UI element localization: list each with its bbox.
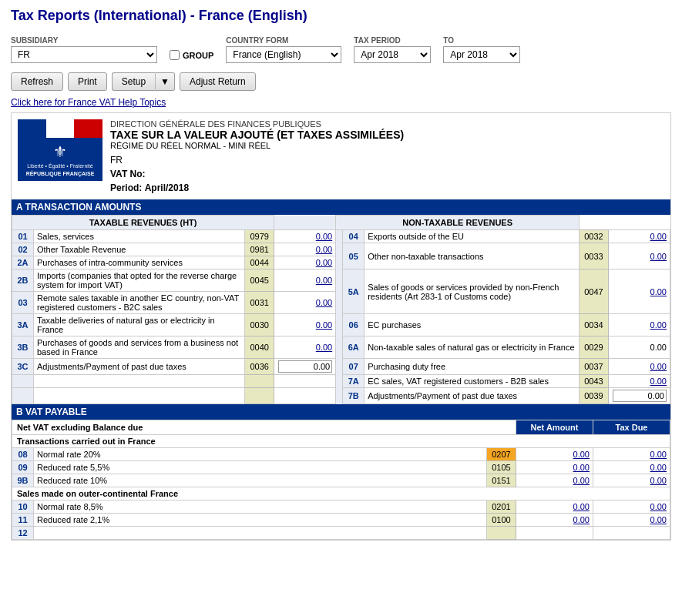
desc-3b: Purchases of goods and services from a b… <box>34 336 245 359</box>
setup-button[interactable]: Setup <box>112 72 155 91</box>
main-data-table: TAXABLE REVENUES (HT) NON-TAXABLE REVENU… <box>12 215 670 404</box>
code-04: 0032 <box>580 230 609 243</box>
value-01: 0.00 <box>274 230 336 243</box>
group-checkbox[interactable] <box>170 50 180 60</box>
desc-11: Reduced rate 2,1% <box>34 514 487 527</box>
tax-due-header: Tax Due <box>593 420 670 435</box>
tax-period-label: TAX PERIOD <box>354 36 431 45</box>
tricolor-flag <box>18 119 102 138</box>
value-06: 0.00 <box>609 314 670 336</box>
country-form-select[interactable]: France (English) <box>226 46 341 63</box>
code-7b: 0039 <box>580 388 609 404</box>
page-title: Tax Reports (International) - France (En… <box>11 8 671 24</box>
value-2b: 0.00 <box>274 270 336 292</box>
desc-07: Purchasing duty free <box>365 359 580 375</box>
value-02: 0.00 <box>274 243 336 256</box>
code-01: 0979 <box>245 230 274 243</box>
group-label: GROUP <box>183 51 213 60</box>
code-02: 0981 <box>245 243 274 256</box>
value-2a: 0.00 <box>274 256 336 270</box>
tax-11: 0.00 <box>593 514 670 527</box>
code-12 <box>487 527 516 540</box>
dept-name: DIRECTION GÉNÉRALE DES FINANCES PUBLIQUE… <box>110 119 664 129</box>
row-num-12: 12 <box>12 527 34 540</box>
desc-9b: Reduced rate 10% <box>34 474 487 487</box>
row-num-2b: 2B <box>12 270 34 292</box>
row-num-04: 04 <box>343 230 365 243</box>
report-header-text: DIRECTION GÉNÉRALE DES FINANCES PUBLIQUE… <box>110 119 664 193</box>
sales-outer-row: Sales made on outer-continental France <box>12 487 670 500</box>
row-num-6a: 6A <box>343 336 365 359</box>
tax-09: 0.00 <box>593 461 670 474</box>
row-num-3c: 3C <box>12 359 34 375</box>
input-3c[interactable] <box>278 360 332 373</box>
desc-08: Normal rate 20% <box>34 448 487 461</box>
setup-dropdown-arrow[interactable]: ▼ <box>155 72 175 91</box>
net-vat-label: Net VAT excluding Balance due <box>12 420 516 435</box>
desc-09: Reduced rate 5,5% <box>34 461 487 474</box>
value-3c <box>274 359 336 375</box>
flag-red <box>74 119 102 138</box>
refresh-button[interactable]: Refresh <box>11 72 63 91</box>
table-row: 7A EC sales, VAT registered customers - … <box>12 375 670 388</box>
flag-white <box>46 119 75 138</box>
value-blank2 <box>274 388 336 404</box>
setup-button-group: Setup ▼ <box>112 72 175 91</box>
logo-motto: Liberté • Égalité • Fraternité <box>25 161 94 171</box>
net-12 <box>516 527 593 540</box>
adjust-return-button[interactable]: Adjust Return <box>180 72 256 91</box>
report-main-title: TAXE SUR LA VALEUR AJOUTÉ (ET TAXES ASSI… <box>110 129 664 141</box>
desc-blank2 <box>34 388 245 404</box>
desc-10: Normal rate 8,5% <box>34 500 487 514</box>
desc-2b: Imports (companies that opted for the re… <box>34 270 245 292</box>
desc-7b: Adjustments/Payment of past due taxes <box>365 388 580 404</box>
net-amount-header: Net Amount <box>516 420 593 435</box>
row-num-05: 05 <box>343 243 365 270</box>
input-7b[interactable] <box>613 390 667 402</box>
code-9b: 0151 <box>487 474 516 487</box>
row-num-7b: 7B <box>343 388 365 404</box>
row-num-11: 11 <box>12 514 34 527</box>
taxable-header: TAXABLE REVENUES (HT) <box>12 216 274 230</box>
net-11: 0.00 <box>516 514 593 527</box>
desc-blank1 <box>34 375 245 388</box>
to-label: TO <box>443 36 520 45</box>
value-07: 0.00 <box>609 359 670 375</box>
print-button[interactable]: Print <box>68 72 107 91</box>
code-07: 0037 <box>580 359 609 375</box>
code-10: 0201 <box>487 500 516 514</box>
section-b-header: B VAT PAYABLE <box>12 404 670 420</box>
code-5a: 0047 <box>580 270 609 314</box>
row-num-06: 06 <box>343 314 365 336</box>
code-7a: 0043 <box>580 375 609 388</box>
to-select[interactable]: Apr 2018 <box>443 46 520 63</box>
table-row: 11 Reduced rate 2,1% 0100 0.00 0.00 <box>12 514 670 527</box>
desc-2a: Purchases of intra-community services <box>34 256 245 270</box>
tax-period-select[interactable]: Apr 2018 <box>354 46 431 63</box>
flag-blue <box>18 119 46 138</box>
row-num-03: 03 <box>12 292 34 314</box>
table-row: 12 <box>12 527 670 540</box>
tax-10: 0.00 <box>593 500 670 514</box>
value-3a: 0.00 <box>274 314 336 336</box>
transactions-row: Transactions carried out in France <box>12 435 670 448</box>
table-row: 3A Taxable deliveries of natural gas or … <box>12 314 670 336</box>
col-header-row: TAXABLE REVENUES (HT) NON-TAXABLE REVENU… <box>12 216 670 230</box>
code-3c: 0036 <box>245 359 274 375</box>
period-line: Period: April/2018 <box>110 182 664 193</box>
net-08: 0.00 <box>516 448 593 461</box>
value-7a: 0.00 <box>609 375 670 388</box>
help-link[interactable]: Click here for France VAT Help Topics <box>11 97 166 108</box>
desc-05: Other non-taxable transactions <box>365 243 580 270</box>
country-form-label: COUNTRY FORM <box>226 36 341 45</box>
desc-01: Sales, services <box>34 230 245 243</box>
value-03: 0.00 <box>274 292 336 314</box>
subsidiary-select[interactable]: FR <box>11 46 157 63</box>
value-3b: 0.00 <box>274 336 336 359</box>
value-6a: 0.00 <box>609 336 670 359</box>
table-row: 01 Sales, services 0979 0.00 04 Exports … <box>12 230 670 243</box>
row-num-3b: 3B <box>12 336 34 359</box>
value-05: 0.00 <box>609 243 670 270</box>
row-num-5a: 5A <box>343 270 365 314</box>
value-5a: 0.00 <box>609 270 670 314</box>
